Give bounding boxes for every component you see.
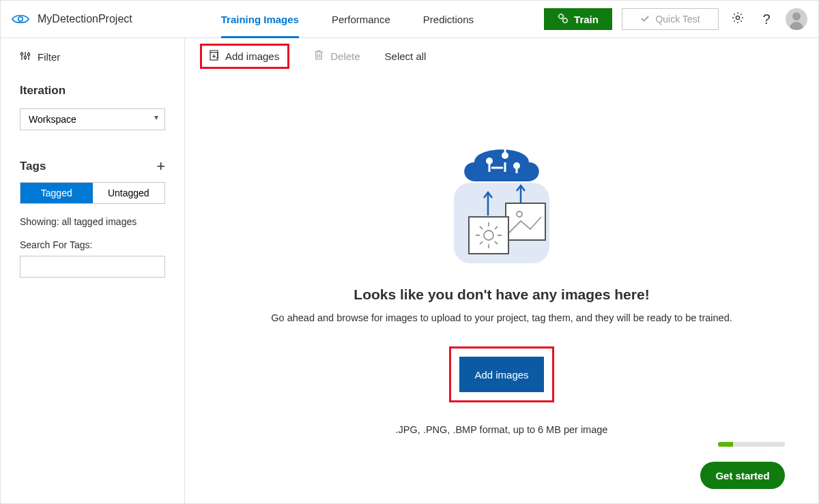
- svg-point-5: [20, 53, 23, 55]
- get-started-button[interactable]: Get started: [700, 462, 785, 489]
- showing-text: Showing: all tagged images: [20, 216, 165, 227]
- tags-heading: Tags: [20, 160, 46, 173]
- empty-state-subtitle: Go ahead and browse for images to upload…: [271, 312, 732, 323]
- trash-icon: [314, 50, 324, 63]
- gear-icon: [731, 11, 745, 27]
- vision-logo-icon: [12, 14, 29, 25]
- add-images-toolbar-highlight: Add images: [200, 44, 289, 69]
- iteration-select[interactable]: Workspace: [20, 108, 165, 130]
- add-images-button[interactable]: Add images: [459, 357, 544, 392]
- svg-point-9: [27, 53, 29, 55]
- main-tabs: Training Images Performance Predictions: [221, 1, 474, 38]
- filter-row[interactable]: Filter: [20, 50, 165, 63]
- user-avatar[interactable]: [786, 8, 807, 30]
- svg-point-1: [559, 14, 563, 18]
- select-all-toolbar-button[interactable]: Select all: [385, 50, 427, 62]
- empty-state: Looks like you don't have any images her…: [185, 74, 818, 503]
- svg-point-0: [18, 17, 23, 21]
- search-tags-label: Search For Tags:: [20, 239, 165, 250]
- check-icon: [640, 14, 650, 25]
- header-bar: MyDetectionProject Training Images Perfo…: [0, 0, 819, 38]
- add-images-toolbar-label: Add images: [225, 50, 279, 62]
- tab-predictions[interactable]: Predictions: [423, 1, 474, 38]
- train-button[interactable]: Train: [544, 8, 612, 30]
- untagged-toggle[interactable]: Untagged: [93, 183, 165, 203]
- tags-header: Tags +: [20, 158, 165, 175]
- empty-illustration: [440, 128, 563, 267]
- select-all-label: Select all: [385, 50, 427, 62]
- filter-label: Filter: [38, 51, 60, 63]
- tab-performance[interactable]: Performance: [332, 1, 390, 38]
- project-title-group: MyDetectionProject: [12, 13, 132, 25]
- svg-point-3: [736, 16, 739, 19]
- svg-point-2: [563, 18, 567, 22]
- format-note: .JPG, .PNG, .BMP format, up to 6 MB per …: [396, 424, 608, 435]
- add-tag-button[interactable]: +: [156, 158, 165, 175]
- quick-test-label: Quick Test: [655, 14, 700, 25]
- empty-state-title: Looks like you don't have any images her…: [354, 286, 649, 303]
- svg-point-7: [24, 56, 26, 58]
- gear-train-icon: [558, 13, 569, 26]
- tagged-toggle[interactable]: Tagged: [20, 183, 93, 203]
- main-content: Add images Delete Select all: [185, 38, 818, 503]
- header-actions: Train Quick Test ?: [544, 8, 807, 30]
- image-toolbar: Add images Delete Select all: [185, 38, 818, 74]
- iteration-heading: Iteration: [20, 84, 165, 98]
- iteration-select-wrap: Workspace: [20, 108, 165, 130]
- quick-test-button: Quick Test: [622, 8, 719, 30]
- tab-training-images[interactable]: Training Images: [221, 1, 299, 38]
- search-tags-input[interactable]: [20, 256, 165, 278]
- filter-icon: [20, 50, 31, 63]
- add-images-icon: [207, 50, 218, 63]
- tag-filter-toggle: Tagged Untagged: [20, 182, 165, 204]
- add-images-button-highlight: Add images: [449, 346, 554, 402]
- help-button[interactable]: ?: [757, 10, 776, 29]
- delete-toolbar-label: Delete: [330, 50, 360, 62]
- plus-icon: +: [156, 158, 165, 175]
- add-images-toolbar-button[interactable]: Add images: [207, 50, 279, 63]
- svg-rect-17: [506, 203, 545, 240]
- onboarding-progress-fill: [718, 442, 733, 447]
- onboarding-progress: [718, 442, 785, 447]
- project-name: MyDetectionProject: [38, 13, 132, 25]
- settings-button[interactable]: [728, 10, 747, 29]
- delete-toolbar-button: Delete: [314, 50, 360, 63]
- sidebar: Filter Iteration Workspace Tags + Tagged…: [1, 38, 185, 503]
- train-button-label: Train: [574, 14, 599, 25]
- help-icon: ?: [762, 12, 770, 27]
